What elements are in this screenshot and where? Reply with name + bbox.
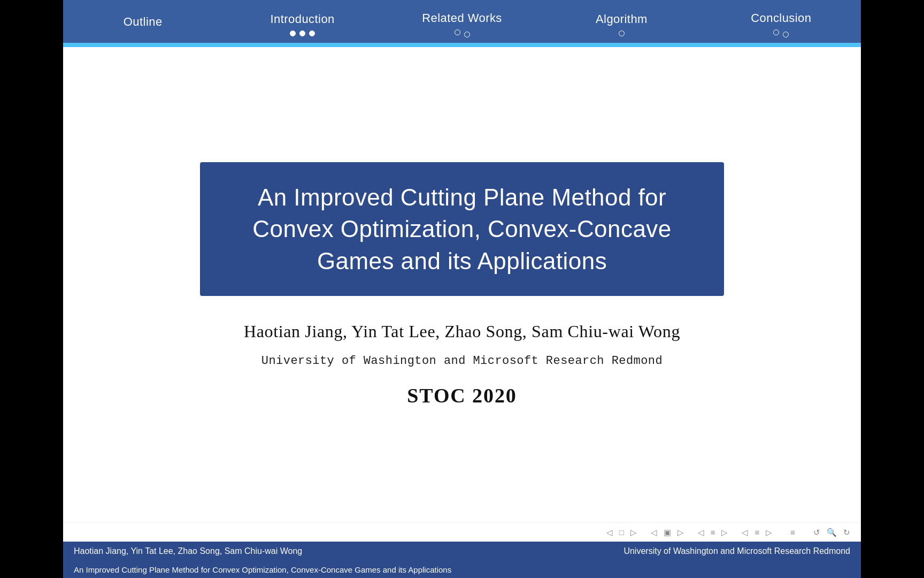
toolbar-next-alt[interactable]: ▷: [764, 527, 774, 538]
toolbar-list-icon[interactable]: ≡: [709, 527, 717, 538]
toolbar-next-slide[interactable]: ▷: [629, 527, 638, 538]
nav-dots-related-works: [455, 29, 470, 37]
slide-content: An Improved Cutting Plane Method for Con…: [63, 47, 861, 522]
nav-label-conclusion: Conclusion: [751, 11, 811, 25]
slide-container: Outline Introduction Related Works: [0, 0, 924, 578]
dot-intro-1: [290, 31, 296, 36]
toolbar-prev-list[interactable]: ◁: [696, 527, 706, 538]
toolbar-prev-slide[interactable]: ◁: [605, 527, 614, 538]
nav-header: Outline Introduction Related Works: [63, 0, 861, 43]
footer-bottom: An Improved Cutting Plane Method for Con…: [63, 561, 861, 578]
toolbar-prev-section[interactable]: ◁: [649, 527, 659, 538]
right-black-bar: [861, 0, 924, 578]
toolbar-zoom-out[interactable]: 🔍: [825, 527, 838, 538]
accent-line: [63, 43, 861, 47]
affiliation: University of Washington and Microsoft R…: [261, 354, 663, 368]
title-text: An Improved Cutting Plane Method for Con…: [232, 181, 692, 277]
toolbar-redo[interactable]: ↻: [842, 527, 852, 538]
toolbar-alt-icon[interactable]: ≡: [753, 527, 761, 538]
authors: Haotian Jiang, Yin Tat Lee, Zhao Song, S…: [244, 322, 680, 341]
slide: Outline Introduction Related Works: [63, 0, 861, 578]
toolbar-next-section[interactable]: ▷: [676, 527, 686, 538]
toolbar-section-icon[interactable]: ▣: [662, 527, 673, 538]
toolbar-spacer4: [780, 531, 783, 534]
toolbar-next-list[interactable]: ▷: [720, 527, 729, 538]
nav-item-outline[interactable]: Outline: [63, 0, 222, 43]
nav-dots-conclusion: [773, 29, 789, 37]
dot-conc-2: [783, 32, 789, 37]
footer-affiliation: University of Washington and Microsoft R…: [623, 546, 850, 556]
dot-rw-2: [464, 32, 470, 37]
dot-intro-3: [309, 31, 315, 36]
toolbar-spacer3: [733, 531, 736, 534]
footer-authors: Haotian Jiang, Yin Tat Lee, Zhao Song, S…: [74, 546, 302, 556]
footer-title: An Improved Cutting Plane Method for Con…: [74, 565, 451, 574]
title-box: An Improved Cutting Plane Method for Con…: [200, 162, 724, 296]
nav-item-conclusion[interactable]: Conclusion: [702, 0, 861, 43]
toolbar-prev-alt[interactable]: ◁: [740, 527, 750, 538]
conference: STOC 2020: [407, 384, 517, 407]
nav-dots-algorithm: [619, 31, 625, 36]
toolbar-spacer5: [803, 531, 806, 534]
dot-algo-1: [619, 31, 625, 36]
nav-dots-introduction: [290, 31, 315, 36]
dot-intro-2: [299, 31, 305, 36]
nav-label-algorithm: Algorithm: [596, 12, 648, 26]
nav-item-algorithm[interactable]: Algorithm: [542, 0, 701, 43]
toolbar-frame-icon[interactable]: □: [618, 527, 626, 538]
nav-item-introduction[interactable]: Introduction: [222, 0, 382, 43]
nav-item-related-works[interactable]: Related Works: [382, 0, 542, 43]
toolbar-undo[interactable]: ↺: [812, 527, 822, 538]
toolbar-spacer1: [642, 531, 645, 534]
footer-top: Haotian Jiang, Yin Tat Lee, Zhao Song, S…: [63, 542, 861, 561]
dot-conc-1: [773, 29, 779, 35]
nav-label-outline: Outline: [124, 15, 163, 29]
nav-label-related-works: Related Works: [422, 11, 502, 25]
toolbar-spacer2: [689, 531, 692, 534]
nav-label-introduction: Introduction: [270, 12, 334, 26]
main-area: Outline Introduction Related Works: [0, 0, 924, 578]
bottom-toolbar: ◁ □ ▷ ◁ ▣ ▷ ◁ ≡ ▷ ◁ ≡ ▷ ≡ ↺ 🔍: [63, 522, 861, 542]
toolbar-align[interactable]: ≡: [789, 527, 797, 538]
dot-rw-1: [455, 29, 460, 35]
left-black-bar: [0, 0, 63, 578]
